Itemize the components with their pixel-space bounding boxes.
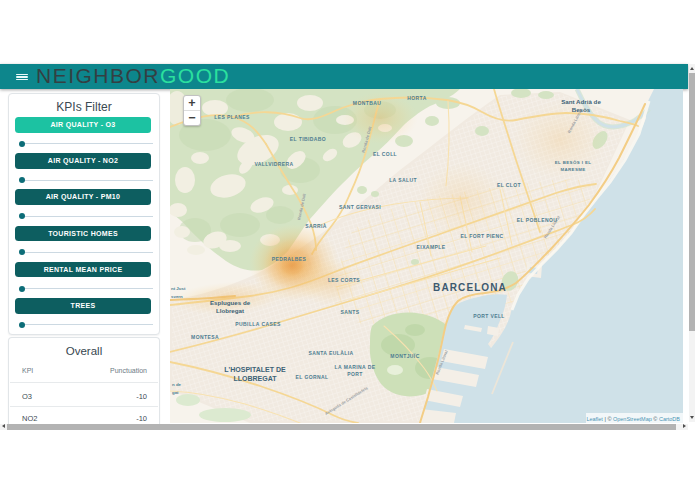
svg-text:Esplugues de: Esplugues de (210, 299, 251, 306)
svg-text:LES CORTS: LES CORTS (328, 277, 360, 283)
svg-text:EIXAMPLE: EIXAMPLE (417, 244, 446, 250)
svg-text:PEDRALBES: PEDRALBES (272, 256, 307, 262)
svg-text:EL POBLENOU: EL POBLENOU (517, 217, 557, 223)
svg-text:MONTBAU: MONTBAU (353, 100, 381, 106)
svg-text:PORT VELL: PORT VELL (473, 313, 505, 319)
svg-text:LES PLANES: LES PLANES (214, 114, 250, 120)
svg-text:BARCELONA: BARCELONA (433, 282, 507, 293)
svg-text:L'HOSPITALET DE: L'HOSPITALET DE (224, 366, 286, 373)
svg-text:Besòs: Besòs (572, 106, 591, 113)
svg-text:EL BESÒS I EL: EL BESÒS I EL (555, 160, 592, 165)
svg-text:MARESME: MARESME (560, 167, 585, 172)
svg-text:PORT: PORT (347, 371, 363, 377)
svg-text:SANTS: SANTS (341, 309, 360, 315)
svg-text:gat: gat (172, 390, 179, 395)
svg-text:nt Just: nt Just (171, 286, 186, 291)
svg-text:MONTJUÏC: MONTJUÏC (390, 353, 419, 359)
svg-text:HORTA: HORTA (407, 95, 426, 101)
svg-text:PUBILLA CASES: PUBILLA CASES (235, 321, 281, 327)
svg-text:EL CLOT: EL CLOT (497, 182, 521, 188)
svg-text:LA SALUT: LA SALUT (389, 177, 417, 183)
svg-text:EL TIBIDABO: EL TIBIDABO (290, 136, 326, 142)
svg-text:SARRIÀ: SARRIÀ (305, 223, 327, 229)
svg-text:Sant Adrià de: Sant Adrià de (561, 98, 601, 105)
svg-text:MONTESA: MONTESA (191, 334, 219, 340)
svg-text:VALLVIDRERA: VALLVIDRERA (254, 161, 293, 167)
svg-text:n de: n de (172, 382, 182, 387)
svg-text:SANTA EULÀLIA: SANTA EULÀLIA (309, 350, 354, 356)
svg-text:Leaflet | © OpenStreetMap © Ca: Leaflet | © OpenStreetMap © CartoDB (586, 416, 680, 422)
svg-text:LA MARINA DE: LA MARINA DE (335, 364, 376, 370)
svg-text:SANT GERVASI: SANT GERVASI (339, 204, 381, 210)
svg-text:EL FORT PIENC: EL FORT PIENC (460, 233, 503, 239)
svg-text:Llobregat: Llobregat (216, 307, 244, 314)
svg-text:EL GORNAL: EL GORNAL (296, 374, 329, 380)
svg-text:svern: svern (171, 294, 183, 299)
svg-text:EL COLL: EL COLL (373, 151, 397, 157)
svg-text:LLOBREGAT: LLOBREGAT (233, 375, 277, 382)
